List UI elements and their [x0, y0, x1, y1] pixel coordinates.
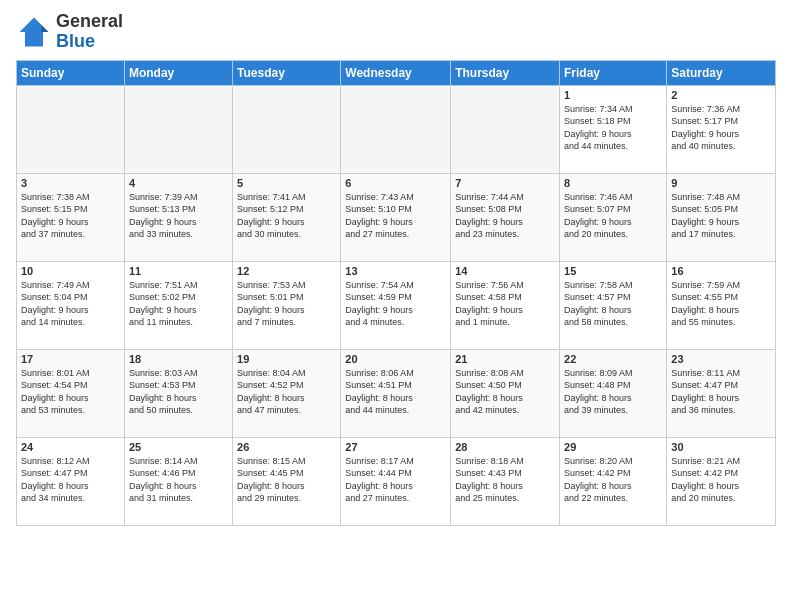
weekday-header: Monday	[124, 60, 232, 85]
day-info: Sunrise: 7:44 AM Sunset: 5:08 PM Dayligh…	[455, 191, 555, 241]
calendar-cell: 25Sunrise: 8:14 AM Sunset: 4:46 PM Dayli…	[124, 437, 232, 525]
day-info: Sunrise: 7:56 AM Sunset: 4:58 PM Dayligh…	[455, 279, 555, 329]
day-info: Sunrise: 8:12 AM Sunset: 4:47 PM Dayligh…	[21, 455, 120, 505]
calendar-cell: 22Sunrise: 8:09 AM Sunset: 4:48 PM Dayli…	[560, 349, 667, 437]
day-info: Sunrise: 7:46 AM Sunset: 5:07 PM Dayligh…	[564, 191, 662, 241]
day-number: 20	[345, 353, 446, 365]
day-number: 9	[671, 177, 771, 189]
day-info: Sunrise: 8:09 AM Sunset: 4:48 PM Dayligh…	[564, 367, 662, 417]
day-number: 1	[564, 89, 662, 101]
calendar-cell	[124, 85, 232, 173]
day-info: Sunrise: 7:48 AM Sunset: 5:05 PM Dayligh…	[671, 191, 771, 241]
day-number: 23	[671, 353, 771, 365]
day-info: Sunrise: 7:34 AM Sunset: 5:18 PM Dayligh…	[564, 103, 662, 153]
day-info: Sunrise: 7:58 AM Sunset: 4:57 PM Dayligh…	[564, 279, 662, 329]
calendar-cell: 1Sunrise: 7:34 AM Sunset: 5:18 PM Daylig…	[560, 85, 667, 173]
calendar-cell: 15Sunrise: 7:58 AM Sunset: 4:57 PM Dayli…	[560, 261, 667, 349]
calendar-cell: 14Sunrise: 7:56 AM Sunset: 4:58 PM Dayli…	[451, 261, 560, 349]
day-number: 24	[21, 441, 120, 453]
day-number: 16	[671, 265, 771, 277]
calendar-cell: 17Sunrise: 8:01 AM Sunset: 4:54 PM Dayli…	[17, 349, 125, 437]
calendar-week-row: 1Sunrise: 7:34 AM Sunset: 5:18 PM Daylig…	[17, 85, 776, 173]
day-number: 17	[21, 353, 120, 365]
logo-text: General Blue	[56, 12, 123, 52]
calendar-cell: 13Sunrise: 7:54 AM Sunset: 4:59 PM Dayli…	[341, 261, 451, 349]
day-number: 6	[345, 177, 446, 189]
day-number: 26	[237, 441, 336, 453]
calendar-week-row: 24Sunrise: 8:12 AM Sunset: 4:47 PM Dayli…	[17, 437, 776, 525]
calendar-cell: 3Sunrise: 7:38 AM Sunset: 5:15 PM Daylig…	[17, 173, 125, 261]
day-number: 29	[564, 441, 662, 453]
calendar-week-row: 17Sunrise: 8:01 AM Sunset: 4:54 PM Dayli…	[17, 349, 776, 437]
header: General Blue	[16, 12, 776, 52]
day-number: 19	[237, 353, 336, 365]
calendar-cell: 4Sunrise: 7:39 AM Sunset: 5:13 PM Daylig…	[124, 173, 232, 261]
calendar-cell: 28Sunrise: 8:18 AM Sunset: 4:43 PM Dayli…	[451, 437, 560, 525]
calendar-cell: 27Sunrise: 8:17 AM Sunset: 4:44 PM Dayli…	[341, 437, 451, 525]
day-info: Sunrise: 7:53 AM Sunset: 5:01 PM Dayligh…	[237, 279, 336, 329]
calendar-cell: 9Sunrise: 7:48 AM Sunset: 5:05 PM Daylig…	[667, 173, 776, 261]
weekday-header: Tuesday	[233, 60, 341, 85]
calendar-cell: 5Sunrise: 7:41 AM Sunset: 5:12 PM Daylig…	[233, 173, 341, 261]
day-info: Sunrise: 7:59 AM Sunset: 4:55 PM Dayligh…	[671, 279, 771, 329]
day-info: Sunrise: 8:20 AM Sunset: 4:42 PM Dayligh…	[564, 455, 662, 505]
day-number: 7	[455, 177, 555, 189]
day-info: Sunrise: 7:51 AM Sunset: 5:02 PM Dayligh…	[129, 279, 228, 329]
day-number: 11	[129, 265, 228, 277]
calendar-cell: 19Sunrise: 8:04 AM Sunset: 4:52 PM Dayli…	[233, 349, 341, 437]
weekday-header: Saturday	[667, 60, 776, 85]
calendar-cell: 12Sunrise: 7:53 AM Sunset: 5:01 PM Dayli…	[233, 261, 341, 349]
day-number: 5	[237, 177, 336, 189]
calendar-cell: 16Sunrise: 7:59 AM Sunset: 4:55 PM Dayli…	[667, 261, 776, 349]
calendar-cell: 7Sunrise: 7:44 AM Sunset: 5:08 PM Daylig…	[451, 173, 560, 261]
calendar-week-row: 10Sunrise: 7:49 AM Sunset: 5:04 PM Dayli…	[17, 261, 776, 349]
day-info: Sunrise: 7:36 AM Sunset: 5:17 PM Dayligh…	[671, 103, 771, 153]
day-number: 30	[671, 441, 771, 453]
calendar-cell: 23Sunrise: 8:11 AM Sunset: 4:47 PM Dayli…	[667, 349, 776, 437]
calendar-cell: 29Sunrise: 8:20 AM Sunset: 4:42 PM Dayli…	[560, 437, 667, 525]
day-number: 10	[21, 265, 120, 277]
calendar-cell: 6Sunrise: 7:43 AM Sunset: 5:10 PM Daylig…	[341, 173, 451, 261]
day-info: Sunrise: 8:17 AM Sunset: 4:44 PM Dayligh…	[345, 455, 446, 505]
day-info: Sunrise: 8:06 AM Sunset: 4:51 PM Dayligh…	[345, 367, 446, 417]
day-number: 22	[564, 353, 662, 365]
day-info: Sunrise: 7:38 AM Sunset: 5:15 PM Dayligh…	[21, 191, 120, 241]
calendar-cell: 2Sunrise: 7:36 AM Sunset: 5:17 PM Daylig…	[667, 85, 776, 173]
calendar-table: SundayMondayTuesdayWednesdayThursdayFrid…	[16, 60, 776, 526]
calendar-cell	[17, 85, 125, 173]
day-info: Sunrise: 8:11 AM Sunset: 4:47 PM Dayligh…	[671, 367, 771, 417]
day-info: Sunrise: 8:08 AM Sunset: 4:50 PM Dayligh…	[455, 367, 555, 417]
day-number: 8	[564, 177, 662, 189]
day-number: 13	[345, 265, 446, 277]
calendar-cell	[341, 85, 451, 173]
calendar-cell: 21Sunrise: 8:08 AM Sunset: 4:50 PM Dayli…	[451, 349, 560, 437]
day-info: Sunrise: 7:43 AM Sunset: 5:10 PM Dayligh…	[345, 191, 446, 241]
page: General Blue SundayMondayTuesdayWednesda…	[0, 0, 792, 612]
weekday-header: Sunday	[17, 60, 125, 85]
calendar-header-row: SundayMondayTuesdayWednesdayThursdayFrid…	[17, 60, 776, 85]
day-info: Sunrise: 8:03 AM Sunset: 4:53 PM Dayligh…	[129, 367, 228, 417]
day-number: 4	[129, 177, 228, 189]
calendar-cell: 24Sunrise: 8:12 AM Sunset: 4:47 PM Dayli…	[17, 437, 125, 525]
calendar-cell: 10Sunrise: 7:49 AM Sunset: 5:04 PM Dayli…	[17, 261, 125, 349]
day-info: Sunrise: 8:21 AM Sunset: 4:42 PM Dayligh…	[671, 455, 771, 505]
day-info: Sunrise: 8:01 AM Sunset: 4:54 PM Dayligh…	[21, 367, 120, 417]
day-info: Sunrise: 7:49 AM Sunset: 5:04 PM Dayligh…	[21, 279, 120, 329]
day-number: 18	[129, 353, 228, 365]
day-number: 25	[129, 441, 228, 453]
day-info: Sunrise: 7:54 AM Sunset: 4:59 PM Dayligh…	[345, 279, 446, 329]
calendar-cell: 26Sunrise: 8:15 AM Sunset: 4:45 PM Dayli…	[233, 437, 341, 525]
day-info: Sunrise: 8:18 AM Sunset: 4:43 PM Dayligh…	[455, 455, 555, 505]
weekday-header: Friday	[560, 60, 667, 85]
calendar-cell	[451, 85, 560, 173]
day-info: Sunrise: 7:39 AM Sunset: 5:13 PM Dayligh…	[129, 191, 228, 241]
day-info: Sunrise: 8:14 AM Sunset: 4:46 PM Dayligh…	[129, 455, 228, 505]
calendar-cell: 18Sunrise: 8:03 AM Sunset: 4:53 PM Dayli…	[124, 349, 232, 437]
day-info: Sunrise: 7:41 AM Sunset: 5:12 PM Dayligh…	[237, 191, 336, 241]
day-info: Sunrise: 8:04 AM Sunset: 4:52 PM Dayligh…	[237, 367, 336, 417]
logo: General Blue	[16, 12, 123, 52]
day-number: 14	[455, 265, 555, 277]
calendar-cell	[233, 85, 341, 173]
weekday-header: Thursday	[451, 60, 560, 85]
day-number: 28	[455, 441, 555, 453]
